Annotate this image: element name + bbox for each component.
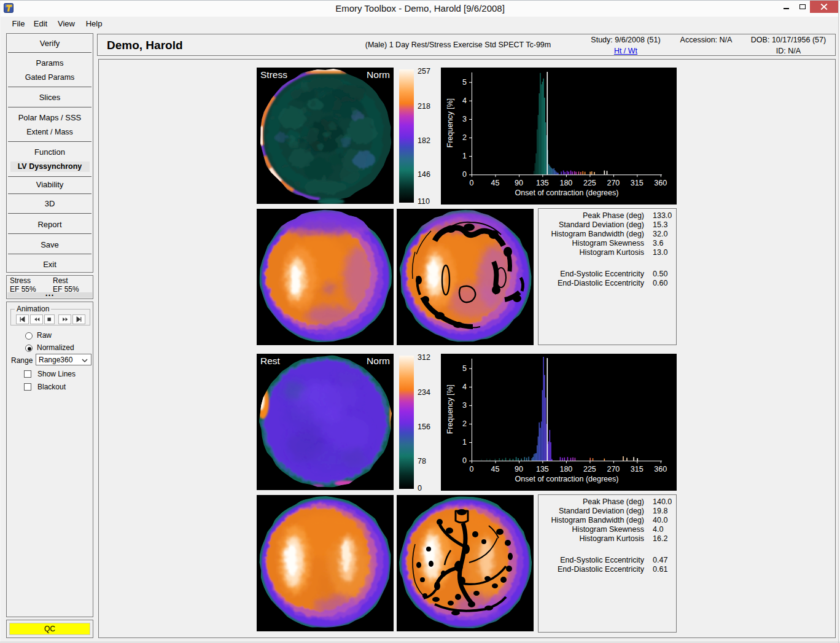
svg-text:Onset of contraction (degrees): Onset of contraction (degrees) (515, 475, 619, 483)
svg-text:Frequency [%]: Frequency [%] (446, 384, 454, 434)
svg-text:4: 4 (462, 96, 467, 105)
svg-text:315: 315 (631, 465, 644, 473)
svg-text:0: 0 (462, 170, 467, 179)
svg-text:180: 180 (559, 179, 572, 187)
svg-text:0: 0 (462, 456, 467, 465)
svg-text:270: 270 (607, 179, 620, 187)
svg-text:90: 90 (515, 179, 523, 187)
svg-text:135: 135 (536, 179, 549, 187)
svg-text:2: 2 (462, 133, 467, 142)
svg-text:315: 315 (631, 179, 644, 187)
svg-text:360: 360 (654, 179, 667, 187)
svg-text:1: 1 (462, 152, 467, 160)
svg-text:360: 360 (654, 465, 667, 473)
svg-text:225: 225 (583, 179, 596, 187)
svg-text:4: 4 (462, 383, 467, 391)
svg-text:Onset of contraction (degrees): Onset of contraction (degrees) (515, 189, 619, 197)
svg-text:5: 5 (462, 364, 467, 373)
svg-text:135: 135 (536, 465, 549, 473)
svg-text:3: 3 (462, 115, 467, 123)
svg-text:0: 0 (470, 465, 474, 473)
svg-text:2: 2 (462, 419, 467, 428)
svg-text:3: 3 (462, 401, 467, 410)
svg-text:5: 5 (462, 78, 467, 87)
svg-text:1: 1 (462, 438, 467, 446)
svg-text:90: 90 (515, 465, 523, 473)
svg-text:180: 180 (559, 465, 572, 473)
svg-text:0: 0 (470, 179, 474, 187)
svg-text:45: 45 (491, 465, 500, 473)
svg-text:Frequency [%]: Frequency [%] (446, 98, 454, 148)
svg-text:270: 270 (607, 465, 620, 473)
svg-text:225: 225 (583, 465, 596, 473)
svg-text:45: 45 (491, 179, 500, 187)
